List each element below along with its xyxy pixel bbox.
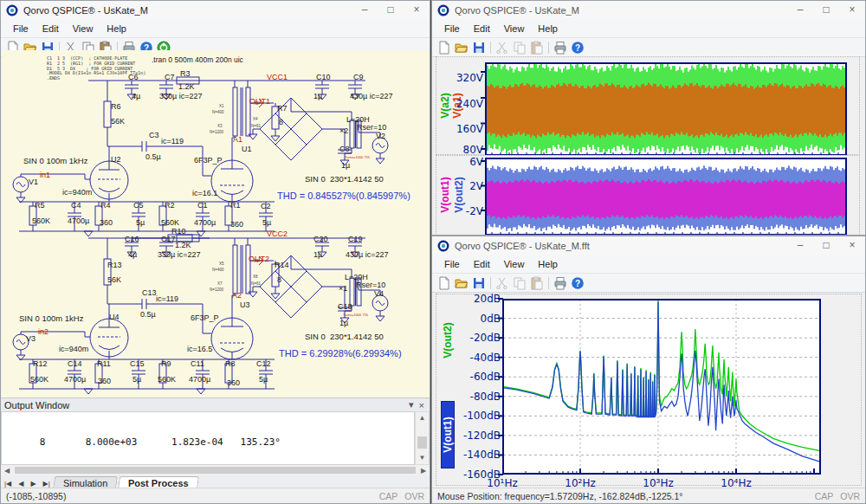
output-log[interactable]: 8 8.000e+03 1.823e-04 135.23° 9 9.000e+0… [1,411,415,465]
output-menu-arrow-icon[interactable]: ▾ [409,399,414,410]
schematic-label: 5µ [259,376,268,384]
output-voltage-plot[interactable] [485,158,847,236]
schematic-label: C3 [149,132,159,139]
schematic-label: in2 [38,328,48,336]
output-horizontal-scrollbar[interactable]: ◀ ▶ [1,465,430,475]
schematic-label: ×2 [339,127,348,135]
close-button[interactable]: × [404,1,430,19]
schematic-canvas[interactable]: C1 1 3 (CCP) ; CATHODE-PLATE R1 2 5 (RG1… [2,50,430,397]
close-button[interactable]: × [839,1,865,19]
schematic-label: C18 [338,303,352,311]
schematic-label: R5 [35,202,45,210]
schematic-label: 6F3P_P [194,157,223,165]
copy-icon[interactable] [511,275,528,291]
schematic-label: 0.5µ [140,311,156,319]
maximize-button[interactable]: □ [378,1,404,19]
menu-file[interactable]: File [6,22,36,36]
cut-icon[interactable] [494,275,511,291]
menu-help[interactable]: Help [100,22,133,36]
paste-icon[interactable] [528,40,546,55]
schematic-label: 560K [161,219,179,227]
schematic-label: X6 [254,260,259,264]
schematic-label: VCC2 [267,230,288,238]
schematic-label: A1 [233,136,242,144]
window-fft: Qorvo QSPICE® - UsKate_M.fft – □ × File … [431,236,866,504]
cursor-coordinates: (-1085,-10895) [6,491,66,501]
scroll-down-icon[interactable]: ▼ [416,452,429,464]
menu-edit[interactable]: Edit [36,22,66,36]
ytick: 320V [445,72,483,84]
output-close-icon[interactable]: × [419,400,424,410]
schematic-label: VCC1 [267,74,288,81]
cut-icon[interactable] [494,40,511,55]
help-icon[interactable]: ? [569,40,586,55]
schematic-label: U4 [109,313,120,321]
schematic-label: 4700µ [194,219,216,227]
menu-file[interactable]: File [437,22,467,36]
open-folder-icon[interactable] [453,40,470,55]
menu-view[interactable]: View [497,257,532,271]
print-icon[interactable] [552,40,569,55]
scroll-right-icon[interactable]: ▶ [417,467,430,475]
save-icon[interactable] [470,40,488,55]
menu-view[interactable]: View [497,22,532,36]
schematic-label: 5µ [136,219,145,227]
schematic-label: X3 [217,125,223,129]
menu-help[interactable]: Help [531,22,565,36]
open-folder-icon[interactable] [453,275,470,291]
anode-voltage-plot[interactable] [485,62,847,156]
plot-pane-anode-voltages: V(a2) V(a1) 320V 240V 160V 80V [436,56,860,155]
svg-text:?: ? [575,278,580,288]
schematic-label: V4 [374,290,384,298]
schematic-label: C13 [142,289,157,297]
minimize-button[interactable]: – [787,236,813,255]
schematic-label: 56K [107,276,121,284]
legend-vout2[interactable]: V(out2) [453,160,465,229]
schematic-label: 560K [158,376,176,384]
schematic-label: .tran 0 500m 400m 200n uic [152,56,243,64]
schematic-label: SIN 0 100m 1kHz [23,157,87,165]
schematic-label: U2 [111,156,121,164]
menu-help[interactable]: Help [531,257,565,271]
schematic-label: C1 [197,202,208,210]
schematic-label: X2 [254,102,259,107]
scroll-left-icon[interactable]: ◀ [1,467,13,475]
schematic-label: 8 [279,119,283,126]
close-button[interactable]: × [839,236,865,255]
menubar: File Edit View Help [1,20,430,38]
new-file-icon[interactable] [436,40,453,55]
output-window-header[interactable]: Output Window ▾ × [1,397,430,411]
minimize-button[interactable]: – [352,1,378,19]
schematic-label: 360 [98,378,111,385]
status-bar: (-1085,-10895) CAP OVR [1,488,430,503]
fft-plot[interactable] [502,299,821,475]
schematic-label: in1 [40,171,50,179]
new-file-icon[interactable] [436,275,453,291]
schematic-label: 0.5µ [145,153,161,161]
schematic-label: N=61 [251,282,261,287]
schematic-label: Rser=10 [357,124,386,132]
save-icon[interactable] [470,275,488,291]
schematic-label: 330µ ic=227 [158,251,200,259]
titlebar[interactable]: Qorvo QSPICE® - UsKate_M – □ × [432,1,865,20]
menu-view[interactable]: View [66,22,100,36]
minimize-button[interactable]: – [787,1,813,19]
scroll-up-icon[interactable]: ▲ [416,412,429,424]
help-icon[interactable]: ? [569,275,586,291]
titlebar[interactable]: Qorvo QSPICE® - UsKate_M – □ × [1,1,430,20]
schematic-label: 430µ ic=227 [346,251,388,259]
copy-icon[interactable] [511,40,528,55]
output-vertical-scrollbar[interactable]: ▲ ▼ [415,411,430,465]
legend-vout1[interactable]: V(out1) [439,160,451,229]
schematic-label: V2 [376,132,385,140]
menu-file[interactable]: File [437,257,467,271]
schematic-label: 4µ [128,251,137,259]
menu-edit[interactable]: Edit [467,257,497,271]
maximize-button[interactable]: □ [813,1,839,19]
schematic-label: 4µ [132,93,140,100]
print-icon[interactable] [552,275,569,291]
menu-edit[interactable]: Edit [467,22,497,36]
paste-icon[interactable] [528,275,546,291]
maximize-button[interactable]: □ [813,236,839,255]
titlebar[interactable]: Qorvo QSPICE® - UsKate_M.fft – □ × [432,236,865,255]
